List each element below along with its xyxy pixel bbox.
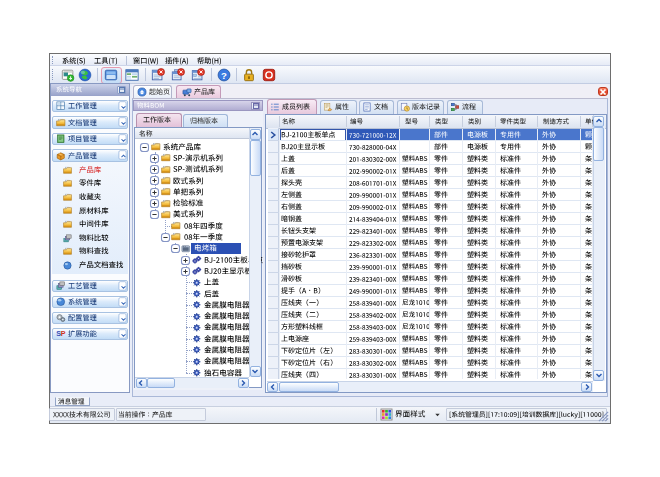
svg-text:?: ?: [221, 69, 227, 80]
svg-text:P: P: [61, 330, 66, 338]
